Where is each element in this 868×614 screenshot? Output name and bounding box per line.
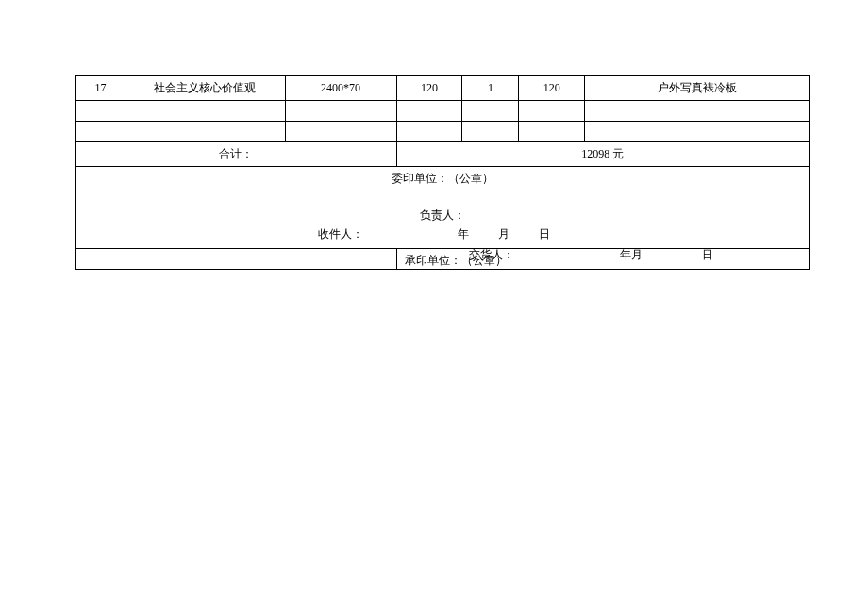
total-label: 合计： <box>76 142 397 167</box>
deliverer-date: 年月 日 <box>620 247 713 263</box>
cell-remark: 户外写真裱冷板 <box>585 76 810 101</box>
deliverer-label: 交货人： <box>469 247 514 263</box>
entrust-unit-label: 委印单位：（公章） <box>82 171 803 187</box>
page: 17 社会主义核心价值观 2400*70 120 1 120 户外写真裱冷板 <box>0 0 868 614</box>
cell-amount: 120 <box>519 76 585 101</box>
table-row: 17 社会主义核心价值观 2400*70 120 1 120 户外写真裱冷板 <box>76 76 810 101</box>
recipient-date: 年 月 日 <box>458 226 576 242</box>
principal-label: 负责人： <box>82 207 803 224</box>
table-row-empty <box>76 101 810 122</box>
cell-qty: 1 <box>462 76 519 101</box>
print-unit-signature-block: 承印单位：（公章） 交货人： 年月 日 <box>396 249 809 270</box>
entrust-signature-block: 委印单位：（公章） 负责人： 收件人： 年 月 日 <box>76 167 810 249</box>
cell-price: 120 <box>396 76 462 101</box>
table-row-empty <box>76 122 810 142</box>
form-table: 17 社会主义核心价值观 2400*70 120 1 120 户外写真裱冷板 <box>75 75 810 270</box>
day-label: 日 <box>539 227 550 241</box>
cell-seq: 17 <box>76 76 125 101</box>
signature-bottom-row: 承印单位：（公章） 交货人： 年月 日 <box>76 249 810 270</box>
year-label: 年 <box>458 227 469 241</box>
cell-name: 社会主义核心价值观 <box>125 76 285 101</box>
yearmonth-label: 年月 <box>620 248 643 261</box>
recipient-label: 收件人： <box>318 226 363 242</box>
signature-top-row: 委印单位：（公章） 负责人： 收件人： 年 月 日 <box>76 167 810 249</box>
day2-label: 日 <box>702 248 713 261</box>
month-label: 月 <box>498 227 509 241</box>
total-row: 合计： 12098 元 <box>76 142 810 167</box>
total-value: 12098 元 <box>396 142 809 167</box>
cell-spec: 2400*70 <box>285 76 396 101</box>
bottom-left-block <box>76 249 397 270</box>
